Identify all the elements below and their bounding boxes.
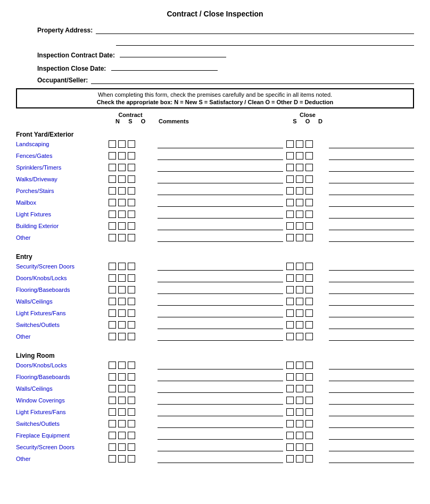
- close-comment-field-1-4[interactable]: [329, 309, 414, 317]
- close-cb-0-1-0[interactable]: [286, 152, 294, 159]
- close-cb-2-1-2[interactable]: [305, 373, 313, 381]
- contract-cb-0-1-2[interactable]: [128, 152, 135, 159]
- comment-field-1-6[interactable]: [158, 332, 283, 341]
- contract-cb-2-7-2[interactable]: [128, 443, 135, 451]
- close-cb-1-4-1[interactable]: [296, 309, 303, 317]
- comment-field-1-3[interactable]: [158, 297, 283, 306]
- contract-cb-0-7-2[interactable]: [128, 222, 135, 230]
- close-cb-2-5-0[interactable]: [286, 420, 294, 427]
- contract-cb-1-3-2[interactable]: [128, 298, 135, 305]
- contract-cb-2-1-2[interactable]: [128, 373, 135, 381]
- close-comment-field-0-3[interactable]: [329, 175, 414, 183]
- close-cb-1-2-0[interactable]: [286, 286, 294, 293]
- close-cb-0-5-0[interactable]: [286, 199, 294, 206]
- contract-cb-1-5-0[interactable]: [109, 321, 116, 329]
- contract-cb-0-6-2[interactable]: [128, 211, 135, 218]
- close-cb-1-0-2[interactable]: [305, 263, 313, 270]
- contract-cb-0-7-1[interactable]: [118, 222, 126, 230]
- contract-cb-2-3-0[interactable]: [109, 397, 116, 404]
- close-cb-2-2-1[interactable]: [296, 385, 303, 392]
- close-cb-0-4-1[interactable]: [296, 187, 303, 195]
- comment-field-2-4[interactable]: [158, 408, 283, 416]
- comment-field-2-8[interactable]: [158, 455, 283, 463]
- close-cb-2-1-1[interactable]: [296, 373, 303, 381]
- contract-cb-0-8-1[interactable]: [118, 234, 126, 241]
- contract-cb-2-3-1[interactable]: [118, 397, 126, 404]
- contract-cb-1-0-2[interactable]: [128, 263, 135, 270]
- contract-cb-0-6-0[interactable]: [109, 211, 116, 218]
- property-address-line1[interactable]: [96, 26, 414, 34]
- contract-cb-2-2-0[interactable]: [109, 385, 116, 392]
- comment-field-2-1[interactable]: [158, 373, 283, 381]
- contract-cb-0-4-0[interactable]: [109, 187, 116, 195]
- contract-cb-1-0-0[interactable]: [109, 263, 116, 270]
- close-comment-field-2-0[interactable]: [329, 361, 414, 369]
- comment-field-0-6[interactable]: [158, 210, 283, 219]
- close-cb-0-1-2[interactable]: [305, 152, 313, 159]
- close-cb-1-5-2[interactable]: [305, 321, 313, 329]
- close-cb-2-2-2[interactable]: [305, 385, 313, 392]
- contract-cb-0-0-2[interactable]: [128, 140, 135, 148]
- close-comment-field-0-1[interactable]: [329, 152, 414, 160]
- close-cb-0-5-1[interactable]: [296, 199, 303, 206]
- close-cb-0-7-2[interactable]: [305, 222, 313, 230]
- occupant-seller-field[interactable]: [91, 75, 414, 84]
- close-comment-field-0-2[interactable]: [329, 163, 414, 172]
- comment-field-2-6[interactable]: [158, 431, 283, 440]
- comment-field-2-2[interactable]: [158, 384, 283, 393]
- close-cb-2-0-0[interactable]: [286, 362, 294, 369]
- contract-cb-0-8-0[interactable]: [109, 234, 116, 241]
- close-comment-field-1-0[interactable]: [329, 262, 414, 271]
- close-comment-field-0-0[interactable]: [329, 140, 414, 148]
- contract-cb-0-0-0[interactable]: [109, 140, 116, 148]
- close-cb-2-2-0[interactable]: [286, 385, 294, 392]
- contract-cb-2-6-2[interactable]: [128, 432, 135, 439]
- close-cb-0-6-0[interactable]: [286, 211, 294, 218]
- contract-cb-0-5-2[interactable]: [128, 199, 135, 206]
- contract-cb-2-8-0[interactable]: [109, 455, 116, 463]
- close-cb-2-3-2[interactable]: [305, 397, 313, 404]
- comment-field-0-2[interactable]: [158, 163, 283, 172]
- contract-cb-0-8-2[interactable]: [128, 234, 135, 241]
- contract-cb-0-0-1[interactable]: [118, 140, 126, 148]
- contract-cb-1-2-0[interactable]: [109, 286, 116, 293]
- close-cb-1-3-0[interactable]: [286, 298, 294, 305]
- close-cb-1-6-0[interactable]: [286, 333, 294, 340]
- close-comment-field-0-6[interactable]: [329, 210, 414, 219]
- close-cb-0-7-0[interactable]: [286, 222, 294, 230]
- close-cb-2-7-2[interactable]: [305, 443, 313, 451]
- close-cb-2-4-2[interactable]: [305, 408, 313, 416]
- close-cb-1-2-2[interactable]: [305, 286, 313, 293]
- close-comment-field-0-7[interactable]: [329, 222, 414, 230]
- contract-cb-1-1-2[interactable]: [128, 274, 135, 282]
- contract-cb-1-6-1[interactable]: [118, 333, 126, 340]
- close-comment-field-2-4[interactable]: [329, 408, 414, 416]
- property-address-line2[interactable]: [116, 37, 414, 46]
- contract-cb-1-1-0[interactable]: [109, 274, 116, 282]
- close-cb-2-3-1[interactable]: [296, 397, 303, 404]
- close-cb-0-4-0[interactable]: [286, 187, 294, 195]
- close-cb-2-8-1[interactable]: [296, 455, 303, 463]
- close-cb-0-6-2[interactable]: [305, 211, 313, 218]
- contract-cb-2-2-1[interactable]: [118, 385, 126, 392]
- contract-cb-1-4-2[interactable]: [128, 309, 135, 317]
- close-comment-field-2-7[interactable]: [329, 443, 414, 451]
- comment-field-1-5[interactable]: [158, 321, 283, 329]
- close-cb-0-3-2[interactable]: [305, 175, 313, 183]
- contract-cb-0-5-0[interactable]: [109, 199, 116, 206]
- contract-cb-0-6-1[interactable]: [118, 211, 126, 218]
- close-comment-field-0-5[interactable]: [329, 198, 414, 207]
- close-cb-1-5-0[interactable]: [286, 321, 294, 329]
- comment-field-0-5[interactable]: [158, 198, 283, 207]
- close-comment-field-1-1[interactable]: [329, 274, 414, 282]
- contract-cb-2-5-0[interactable]: [109, 420, 116, 427]
- contract-cb-1-5-1[interactable]: [118, 321, 126, 329]
- inspection-contract-date-field[interactable]: [120, 49, 226, 57]
- close-comment-field-1-3[interactable]: [329, 297, 414, 306]
- close-cb-0-1-1[interactable]: [296, 152, 303, 159]
- close-cb-2-7-1[interactable]: [296, 443, 303, 451]
- close-cb-2-6-0[interactable]: [286, 432, 294, 439]
- close-cb-1-1-1[interactable]: [296, 274, 303, 282]
- close-cb-0-2-0[interactable]: [286, 164, 294, 171]
- inspection-close-date-field[interactable]: [111, 62, 218, 71]
